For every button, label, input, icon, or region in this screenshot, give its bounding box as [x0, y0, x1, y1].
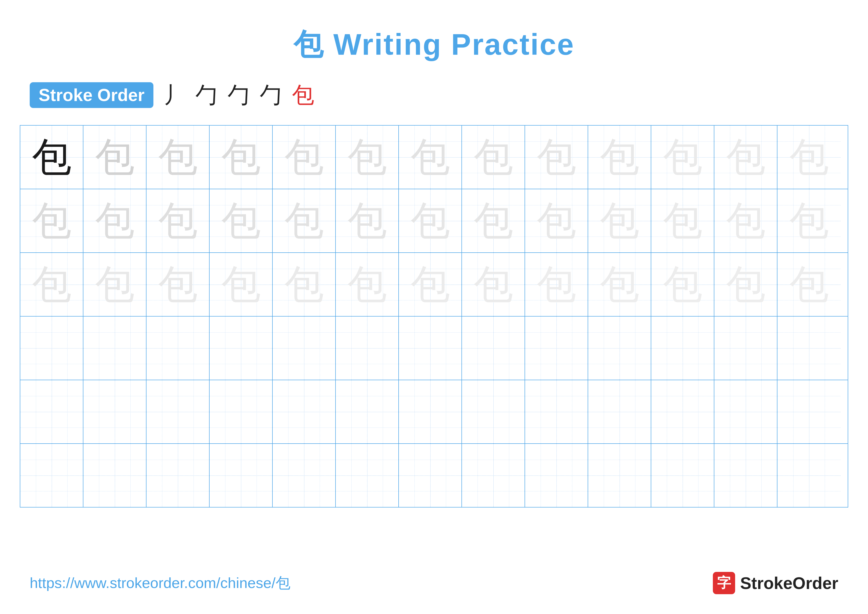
- stroke-order-row: Stroke Order 丿 勹 勹 勹 包: [30, 80, 868, 110]
- grid-cell: 包: [525, 253, 588, 316]
- grid-cell: 包: [651, 253, 715, 316]
- grid-cell: [209, 380, 273, 443]
- grid-cell: [20, 380, 84, 443]
- grid-cell: 包: [336, 126, 399, 189]
- footer-url[interactable]: https://www.strokeorder.com/chinese/包: [30, 573, 290, 593]
- grid-cell: [715, 317, 777, 380]
- footer-logo: 字 StrokeOrder: [713, 572, 838, 594]
- grid-cell: 包: [462, 126, 525, 189]
- stroke-1: 丿: [163, 80, 186, 110]
- practice-grid: 包包包包包包包包包包包包包包包包包包包包包包包包包包包包包包包包包包包包包包包: [20, 125, 848, 507]
- grid-cell: 包: [20, 189, 84, 252]
- grid-cell: 包: [209, 126, 273, 189]
- grid-cell: 包: [20, 253, 84, 316]
- grid-cell: 包: [588, 126, 651, 189]
- grid-cell: 包: [715, 189, 777, 252]
- grid-cell: 包: [336, 189, 399, 252]
- logo-char: 字: [717, 574, 731, 592]
- grid-cell: 包: [146, 189, 209, 252]
- grid-cell: [20, 317, 84, 380]
- grid-cell: [525, 317, 588, 380]
- grid-cell: 包: [209, 189, 273, 252]
- grid-cell: 包: [399, 189, 462, 252]
- grid-cell: [651, 380, 715, 443]
- grid-cell: 包: [84, 189, 146, 252]
- grid-cell: [84, 444, 146, 507]
- grid-cell: [273, 317, 336, 380]
- grid-cell: [715, 380, 777, 443]
- grid-row-3: [20, 317, 848, 380]
- grid-cell: [588, 380, 651, 443]
- grid-cell: [399, 444, 462, 507]
- grid-cell: 包: [651, 126, 715, 189]
- grid-cell: [399, 317, 462, 380]
- grid-cell: 包: [273, 189, 336, 252]
- grid-row-1: 包包包包包包包包包包包包包: [20, 189, 848, 253]
- grid-cell: [84, 380, 146, 443]
- logo-label: StrokeOrder: [740, 574, 838, 593]
- logo-icon: 字: [713, 572, 735, 594]
- grid-row-5: [20, 444, 848, 507]
- grid-cell: [462, 380, 525, 443]
- grid-cell: [273, 380, 336, 443]
- grid-cell: 包: [146, 253, 209, 316]
- grid-cell: [715, 444, 777, 507]
- grid-cell: 包: [273, 253, 336, 316]
- grid-cell: [209, 444, 273, 507]
- grid-cell: 包: [84, 253, 146, 316]
- grid-cell: [20, 444, 84, 507]
- grid-cell: [588, 317, 651, 380]
- stroke-5: 包: [292, 80, 314, 110]
- grid-cell: [588, 444, 651, 507]
- page-title: 包 Writing Practice: [0, 25, 868, 65]
- grid-cell: 包: [462, 189, 525, 252]
- grid-cell: [777, 380, 840, 443]
- grid-cell: 包: [336, 253, 399, 316]
- grid-cell: 包: [525, 126, 588, 189]
- grid-cell: 包: [777, 126, 840, 189]
- grid-row-2: 包包包包包包包包包包包包包: [20, 253, 848, 317]
- grid-cell: 包: [588, 253, 651, 316]
- grid-cell: 包: [651, 189, 715, 252]
- grid-cell: 包: [399, 126, 462, 189]
- grid-cell: [399, 380, 462, 443]
- grid-cell: [651, 444, 715, 507]
- grid-cell: [462, 444, 525, 507]
- grid-cell: 包: [588, 189, 651, 252]
- grid-cell: 包: [146, 126, 209, 189]
- grid-row-0: 包包包包包包包包包包包包包: [20, 126, 848, 189]
- grid-cell: [777, 317, 840, 380]
- grid-cell: 包: [20, 126, 84, 189]
- grid-cell: [146, 317, 209, 380]
- grid-cell: 包: [777, 253, 840, 316]
- stroke-2: 勹: [195, 80, 218, 110]
- grid-cell: 包: [84, 126, 146, 189]
- grid-cell: 包: [715, 253, 777, 316]
- grid-cell: [146, 444, 209, 507]
- grid-cell: [651, 317, 715, 380]
- title-rest: Writing Practice: [324, 28, 575, 61]
- grid-cell: [209, 317, 273, 380]
- grid-cell: 包: [715, 126, 777, 189]
- grid-cell: 包: [777, 189, 840, 252]
- grid-cell: [273, 444, 336, 507]
- grid-cell: [84, 317, 146, 380]
- stroke-3: 勹: [228, 80, 250, 110]
- grid-cell: [146, 380, 209, 443]
- grid-cell: [777, 444, 840, 507]
- stroke-order-badge: Stroke Order: [30, 82, 153, 108]
- grid-cell: 包: [399, 253, 462, 316]
- grid-cell: [336, 317, 399, 380]
- grid-cell: [525, 380, 588, 443]
- stroke-4: 勹: [260, 80, 282, 110]
- footer: https://www.strokeorder.com/chinese/包 字 …: [0, 572, 868, 594]
- grid-cell: [462, 317, 525, 380]
- title-char: 包: [293, 28, 324, 61]
- grid-cell: 包: [273, 126, 336, 189]
- grid-cell: 包: [462, 253, 525, 316]
- grid-cell: [525, 444, 588, 507]
- grid-cell: [336, 380, 399, 443]
- grid-cell: [336, 444, 399, 507]
- grid-cell: 包: [525, 189, 588, 252]
- grid-row-4: [20, 380, 848, 444]
